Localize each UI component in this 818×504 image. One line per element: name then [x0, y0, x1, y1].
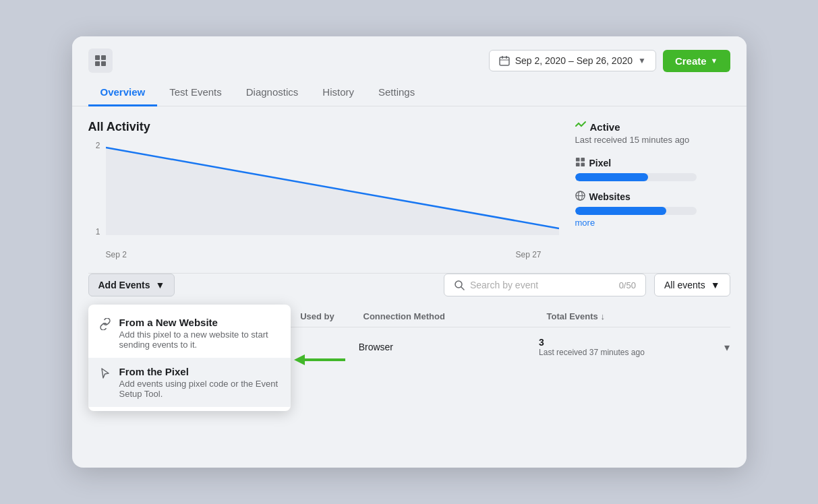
websites-bar-track — [575, 207, 697, 215]
status-label: Active — [590, 121, 620, 133]
nav-tabs: Overview Test Events Diagnostics History… — [72, 80, 747, 106]
row-total-sub: Last received 37 minutes ago — [539, 348, 719, 357]
svg-marker-8 — [106, 148, 559, 235]
create-button[interactable]: Create ▼ — [663, 50, 730, 72]
more-link[interactable]: more — [575, 218, 730, 228]
search-placeholder: Search by event — [470, 280, 538, 290]
chart-y-label-top: 2 — [88, 141, 100, 150]
col-header-conn: Connection Method — [363, 311, 547, 321]
row-total: 3 Last received 37 minutes ago — [539, 337, 719, 357]
pixel-bar-icon — [575, 157, 585, 169]
row-expand-icon[interactable]: ▾ — [724, 341, 730, 354]
svg-rect-6 — [502, 56, 503, 59]
svg-rect-9 — [575, 158, 579, 162]
svg-rect-12 — [581, 162, 585, 166]
pixel-bar-label: Pixel — [589, 158, 612, 168]
status-sub: Last received 15 minutes ago — [575, 135, 730, 145]
add-events-dropdown: From a New Website Add this pixel to a n… — [88, 305, 291, 411]
chevron-down-icon: ▼ — [638, 56, 646, 65]
chart-x-labels: Sep 2 Sep 27 — [88, 249, 559, 259]
row-conn: Browser — [359, 342, 539, 352]
search-count: 0/50 — [619, 280, 636, 290]
active-icon — [575, 120, 586, 133]
green-arrow — [294, 354, 345, 365]
link-icon — [99, 318, 111, 333]
svg-rect-10 — [581, 158, 585, 162]
svg-rect-1 — [101, 55, 106, 60]
tab-test-events[interactable]: Test Events — [157, 80, 234, 106]
add-events-chevron-icon: ▼ — [156, 280, 165, 290]
status-section: Active Last received 15 minutes ago — [575, 120, 730, 145]
svg-rect-0 — [95, 55, 100, 60]
all-events-dropdown[interactable]: All events ▼ — [654, 274, 730, 296]
websites-bar-fill — [575, 207, 666, 215]
pixel-bar-track — [575, 173, 697, 181]
arrow-line — [305, 358, 345, 361]
svg-rect-3 — [101, 61, 106, 66]
svg-line-17 — [461, 287, 464, 290]
all-events-chevron-icon: ▼ — [711, 280, 720, 290]
tab-diagnostics[interactable]: Diagnostics — [234, 80, 311, 106]
svg-rect-7 — [506, 56, 507, 59]
chart-y-labels: 2 1 — [88, 141, 100, 249]
pixel-bar-item: Pixel — [575, 157, 730, 181]
cursor-icon — [99, 367, 111, 382]
tab-history[interactable]: History — [310, 80, 366, 106]
right-panel: Active Last received 15 minutes ago Pixe… — [575, 120, 730, 259]
websites-bar-icon — [575, 191, 585, 203]
chart-x-label-end: Sep 27 — [515, 250, 541, 259]
col-header-total: Total Events ↓ — [547, 311, 730, 321]
chart-svg — [106, 141, 559, 249]
svg-rect-11 — [575, 162, 579, 166]
dropdown-item-from-pixel-title: From the Pixel — [119, 366, 280, 377]
date-range-picker[interactable]: Sep 2, 2020 – Sep 26, 2020 ▼ — [489, 50, 656, 71]
dropdown-item-new-website[interactable]: From a New Website Add this pixel to a n… — [88, 309, 291, 358]
svg-rect-4 — [500, 57, 509, 65]
chart-y-label-bottom: 1 — [88, 227, 100, 237]
pixel-bar-fill — [575, 173, 648, 181]
chart-x-label-start: Sep 2 — [106, 250, 127, 259]
svg-rect-2 — [95, 61, 100, 66]
dropdown-item-from-pixel-desc: Add events using pixel code or the Event… — [119, 379, 280, 399]
date-range-text: Sep 2, 2020 – Sep 26, 2020 — [515, 55, 633, 66]
bottom-toolbar: Add Events ▼ From a New Website Add this… — [88, 274, 730, 296]
search-icon — [454, 280, 465, 290]
pixel-logo-icon — [88, 49, 113, 73]
tab-settings[interactable]: Settings — [366, 80, 427, 106]
tab-overview[interactable]: Overview — [88, 80, 158, 106]
websites-bar-label: Websites — [589, 191, 631, 202]
add-events-button[interactable]: Add Events ▼ — [88, 274, 175, 296]
calendar-icon — [499, 55, 510, 66]
chart-area: 2 1 — [88, 141, 559, 249]
dropdown-item-from-pixel[interactable]: From the Pixel Add events using pixel co… — [88, 358, 291, 407]
websites-bar-item: Websites more — [575, 191, 730, 228]
arrow-head — [294, 354, 305, 365]
dropdown-item-new-website-desc: Add this pixel to a new website to start… — [119, 329, 280, 350]
chart-title: All Activity — [88, 120, 559, 134]
dropdown-item-new-website-title: From a New Website — [119, 317, 280, 328]
create-chevron-icon: ▼ — [711, 57, 718, 65]
row-total-value: 3 — [539, 337, 719, 348]
search-box[interactable]: Search by event 0/50 — [444, 274, 646, 296]
